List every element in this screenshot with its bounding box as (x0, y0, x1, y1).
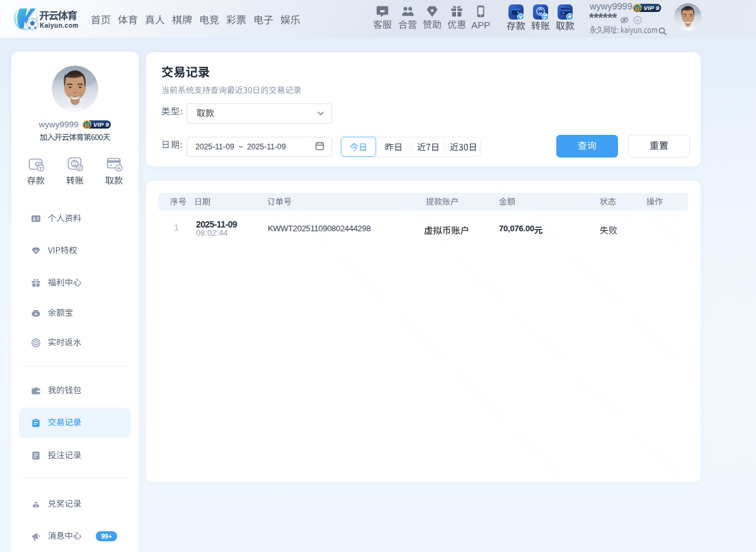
svg-text:VIP 9: VIP 9 (93, 121, 108, 128)
svg-text:VIP 9: VIP 9 (643, 4, 659, 11)
